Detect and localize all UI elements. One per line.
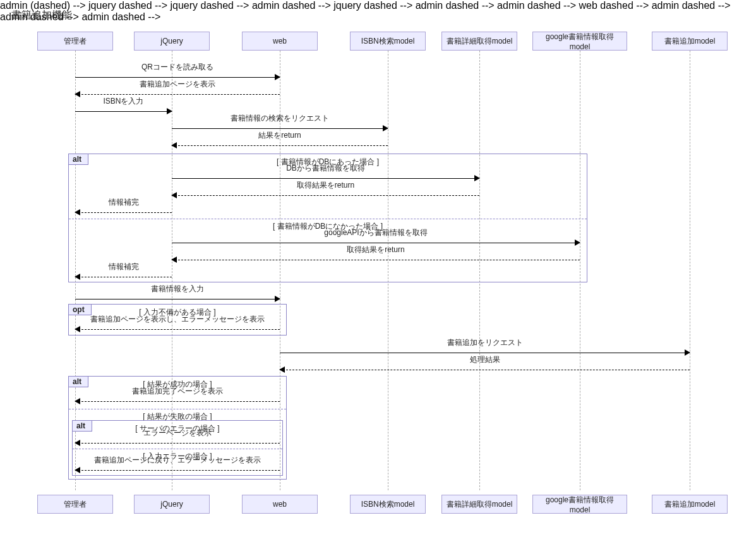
- msg-process-result: 処理結果: [280, 364, 690, 375]
- msg-return-db: 取得結果をreturn: [172, 190, 479, 201]
- actor-jquery-bottom: jQuery: [134, 495, 210, 514]
- actor-web-top: web: [242, 32, 318, 51]
- actor-isbn-bottom: ISBN検索model: [350, 495, 426, 514]
- msg-show-error: エラーページを表示: [75, 437, 280, 449]
- actor-web-bottom: web: [242, 495, 318, 514]
- msg-complete-info-1: 情報補完: [75, 207, 172, 218]
- actor-add-top: 書籍追加model: [652, 32, 728, 51]
- msg-input-book-info: 書籍情報を入力: [75, 293, 280, 305]
- actor-jquery-top: jQuery: [134, 32, 210, 51]
- actor-isbn-top: ISBN検索model: [350, 32, 426, 51]
- msg-show-error-page: 書籍追加ページを表示し、エラーメッセージを表示: [75, 323, 280, 335]
- msg-return-result: 結果をreturn: [172, 140, 388, 151]
- msg-input-isbn: ISBNを入力: [75, 106, 172, 117]
- actor-admin-bottom: 管理者: [37, 495, 113, 514]
- actor-google-top: google書籍情報取得model: [532, 32, 627, 51]
- msg-return-google: 取得結果をreturn: [172, 254, 580, 265]
- actor-admin-top: 管理者: [37, 32, 113, 51]
- actor-add-bottom: 書籍追加model: [652, 495, 728, 514]
- msg-complete-info-2: 情報補完: [75, 271, 172, 282]
- actor-google-bottom: google書籍情報取得model: [532, 495, 627, 514]
- actor-detail-bottom: 書籍詳細取得model: [441, 495, 517, 514]
- msg-show-complete-page: 書籍追加完了ページを表示: [75, 396, 280, 407]
- msg-back-with-error: 書籍追加ページに戻り、エラーメッセージを表示: [75, 464, 280, 476]
- actor-detail-top: 書籍詳細取得model: [441, 32, 517, 51]
- diagram-title: 書籍追加機能: [11, 9, 72, 22]
